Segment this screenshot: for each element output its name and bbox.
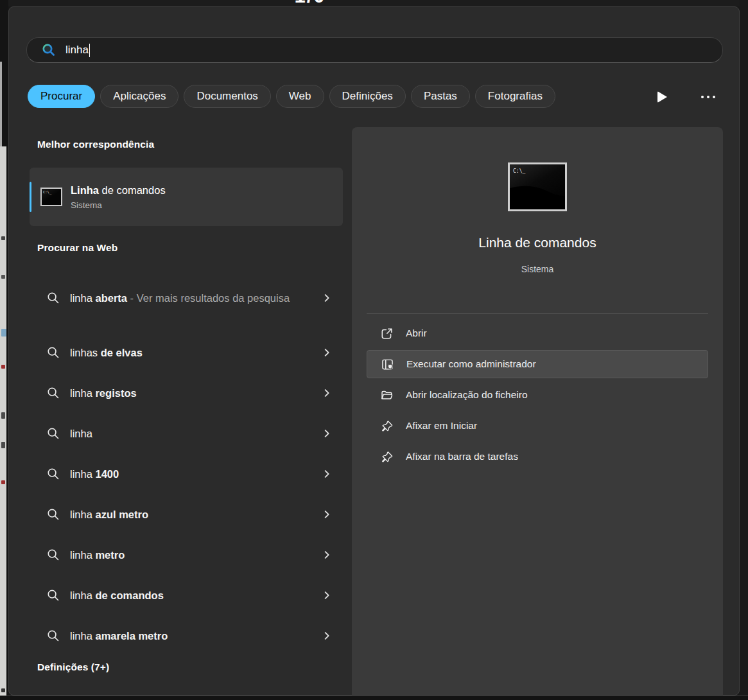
pin-icon — [380, 450, 394, 464]
tab-pastas[interactable]: Pastas — [411, 85, 470, 108]
suggestion-text: linha metro — [70, 545, 296, 565]
chevron-right-icon — [322, 348, 331, 357]
open-external-icon — [380, 327, 394, 340]
web-search-header: Procurar na Web — [37, 242, 117, 254]
play-button[interactable] — [648, 89, 675, 105]
search-filter-tabs: Procurar Aplicações Documentos Web Defin… — [28, 85, 555, 108]
background-partial-text: 1/0 — [268, 0, 352, 6]
background-page-edge — [0, 146, 6, 700]
background-text-fragment — [1, 442, 5, 448]
tab-documentos[interactable]: Documentos — [184, 85, 270, 108]
suggestion-text: linhas de elvas — [70, 343, 296, 363]
best-match-title: Linha de comandos — [71, 184, 166, 197]
chevron-right-icon — [322, 591, 331, 600]
preview-subtitle: Sistema — [352, 264, 723, 274]
search-colorful-icon — [41, 42, 57, 58]
more-options-button[interactable] — [695, 89, 722, 105]
search-icon — [46, 426, 60, 441]
chevron-right-icon — [322, 631, 331, 640]
web-suggestion-row[interactable]: linha azul metro — [30, 498, 336, 531]
search-icon — [46, 291, 60, 305]
best-match-text: Linha de comandos Sistema — [71, 184, 166, 210]
suggestion-text: linha aberta - Ver mais resultados da pe… — [70, 288, 296, 308]
suggestion-text: linha registos — [70, 383, 296, 403]
action-list: Abrir Executar como administrador — [367, 319, 708, 471]
background-page-edge-line — [0, 62, 2, 152]
action-label: Executar como administrador — [406, 358, 536, 370]
web-suggestion-row[interactable]: linha aberta - Ver mais resultados da pe… — [30, 274, 336, 322]
preview-pane: C:\_ Linha de comandos Sistema Abrir — [352, 127, 723, 696]
background-red-fragment — [1, 480, 5, 484]
command-prompt-icon: C:\_ — [508, 162, 567, 211]
suggestion-text: linha — [70, 424, 296, 444]
search-icon — [46, 588, 60, 602]
divider — [367, 313, 708, 314]
web-suggestion-row[interactable]: linha 1400 — [30, 457, 336, 491]
background-text-fragment — [1, 688, 5, 692]
tab-fotografias[interactable]: Fotografias — [475, 85, 555, 108]
search-icon — [46, 346, 60, 360]
preview-title: Linha de comandos — [352, 235, 723, 250]
play-icon — [657, 91, 667, 103]
action-abrir-localizacao[interactable]: Abrir localização do ficheiro — [367, 381, 708, 409]
web-suggestion-row[interactable]: linha de comandos — [30, 579, 336, 612]
tab-procurar[interactable]: Procurar — [28, 85, 95, 108]
best-match-result[interactable]: C:\_ Linha de comandos Sistema — [30, 168, 343, 226]
web-suggestion-row[interactable]: linha amarela metro — [30, 619, 336, 652]
settings-group-header: Definições (7+) — [37, 661, 109, 673]
suggestion-text: linha 1400 — [70, 464, 296, 484]
background-text-fragment — [1, 275, 5, 279]
background-page-sliver — [0, 0, 8, 700]
svg-text:C:\_: C:\_ — [513, 168, 525, 174]
action-afixar-iniciar[interactable]: Afixar em Iniciar — [367, 412, 708, 440]
best-match-subtitle: Sistema — [71, 200, 166, 210]
action-label: Abrir — [406, 328, 427, 339]
web-suggestion-row[interactable]: linha metro — [30, 538, 336, 572]
search-query-text: linha — [65, 44, 89, 57]
background-right-strip — [740, 0, 748, 700]
background-text-fragment — [1, 236, 5, 240]
web-suggestion-row[interactable]: linha registos — [30, 376, 336, 410]
suggestion-text: linha amarela metro — [70, 626, 296, 646]
selection-accent-bar — [30, 182, 31, 212]
suggestion-text: linha azul metro — [70, 505, 296, 525]
svg-text:C:\_: C:\_ — [43, 190, 52, 195]
action-abrir[interactable]: Abrir — [367, 319, 708, 347]
search-icon — [46, 629, 60, 643]
action-label: Afixar na barra de tarefas — [406, 451, 518, 462]
windows-search-flyout-screen: 1/0 — [0, 0, 748, 700]
command-prompt-icon: C:\_ — [40, 188, 62, 206]
background-bottom-strip — [0, 696, 748, 700]
pin-icon — [380, 419, 394, 433]
chevron-right-icon — [322, 293, 331, 302]
chevron-right-icon — [322, 510, 331, 519]
action-afixar-barra-tarefas[interactable]: Afixar na barra de tarefas — [367, 442, 708, 471]
background-text-fragment — [1, 412, 5, 419]
action-executar-como-administrador[interactable]: Executar como administrador — [367, 350, 708, 378]
best-match-header: Melhor correspondência — [37, 139, 154, 150]
admin-window-shield-icon — [381, 358, 394, 371]
tab-web[interactable]: Web — [276, 85, 324, 108]
chevron-right-icon — [322, 429, 331, 438]
tab-aplicacoes[interactable]: Aplicações — [100, 85, 178, 108]
search-icon — [46, 386, 60, 400]
ellipsis-icon — [701, 96, 704, 98]
search-icon — [46, 467, 60, 481]
search-flyout-panel: linha Procurar Aplicações Documentos Web… — [8, 6, 740, 696]
chevron-right-icon — [322, 469, 331, 478]
action-label: Afixar em Iniciar — [406, 420, 477, 432]
ellipsis-icon — [707, 96, 709, 98]
search-icon — [46, 507, 60, 521]
folder-icon — [380, 389, 394, 402]
background-red-fragment — [1, 365, 5, 369]
search-icon — [46, 548, 60, 562]
web-suggestion-row[interactable]: linha — [30, 417, 336, 450]
ellipsis-icon — [713, 96, 715, 98]
text-caret — [89, 44, 91, 57]
chevron-right-icon — [322, 389, 331, 398]
web-suggestion-row[interactable]: linhas de elvas — [30, 336, 336, 369]
tab-definicoes[interactable]: Definições — [329, 85, 406, 108]
search-input[interactable]: linha — [26, 37, 723, 63]
background-link-fragment — [1, 329, 6, 337]
action-label: Abrir localização do ficheiro — [406, 389, 528, 401]
